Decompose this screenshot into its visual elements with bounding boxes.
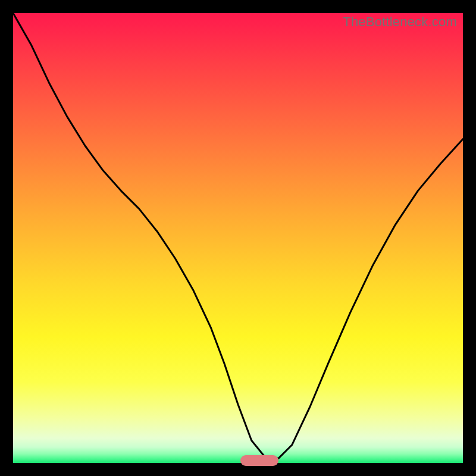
- bottleneck-plot: [13, 13, 463, 463]
- watermark-text: TheBottleneck.com: [343, 14, 457, 30]
- gradient-background: [13, 13, 463, 463]
- plot-frame: TheBottleneck.com: [13, 13, 463, 463]
- optimal-range-marker: [240, 455, 278, 466]
